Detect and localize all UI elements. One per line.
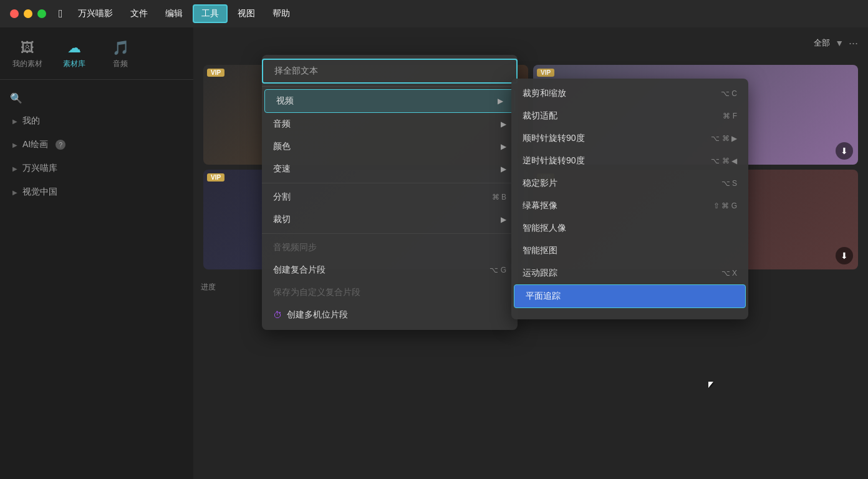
menu-create-multi[interactable]: ⏱ 创建多机位片段 [262,304,518,326]
primary-dropdown: 择全部文本 视频 ▶ 音频 ▶ 颜色 ▶ 变速 ▶ 分割 [262,55,518,330]
video-arrow-icon: ▶ [498,97,503,105]
menu-app-name[interactable]: 万兴喵影 [70,6,120,22]
sub-planar-tracking[interactable]: 平面追踪 [514,284,746,308]
rotate-cw-shortcut: ⌥ ⌘ ▶ [711,134,737,143]
speed-label: 变速 [273,163,501,175]
crop-zoom-label: 裁剪和缩放 [523,88,721,99]
dropdown-overlay: 择全部文本 视频 ▶ 音频 ▶ 颜色 ▶ 变速 ▶ 分割 [0,55,868,479]
color-arrow-icon: ▶ [501,142,506,151]
color-label: 颜色 [273,141,501,152]
split-shortcut: ⌘ B [492,193,506,201]
sub-crop-fit[interactable]: 裁切适配 ⌘ F [511,105,748,127]
green-screen-shortcut: ⇧ ⌘ G [713,201,737,210]
main-topbar: 全部 ▼ ··· [193,27,868,59]
app-body: 🖼 我的素材 ☁ 素材库 🎵 音频 🔍 ▶ 我的 ▶ AI绘画 [0,27,868,479]
sub-smart-cutout[interactable]: 智能抠图 [511,240,748,262]
menu-help[interactable]: 帮助 [265,6,297,22]
menu-video[interactable]: 视频 ▶ [264,89,515,113]
audio-arrow-icon: ▶ [501,120,506,128]
save-compound-label: 保存为自定义复合片段 [273,287,506,298]
smart-portrait-label: 智能抠人像 [523,223,737,234]
create-multi-label: 创建多机位片段 [287,309,506,321]
chevron-down-icon: ▼ [835,38,844,48]
apple-icon:  [59,7,63,21]
motion-tracking-shortcut: ⌥ X [721,269,737,278]
filter-label: 全部 [814,37,830,49]
separator-1 [262,86,518,87]
audio-sync-label: 音视频同步 [273,242,506,253]
rotate-ccw-shortcut: ⌥ ⌘ ◀ [711,157,737,165]
traffic-lights [10,9,46,18]
sub-rotate-cw[interactable]: 顺时针旋转90度 ⌥ ⌘ ▶ [511,127,748,150]
sub-motion-tracking[interactable]: 运动跟踪 ⌥ X [511,262,748,284]
secondary-dropdown: 裁剪和缩放 ⌥ C 裁切适配 ⌘ F 顺时针旋转90度 ⌥ ⌘ ▶ 逆时针旋转9… [511,79,748,319]
video-label: 视频 [276,95,498,107]
menu-save-compound: 保存为自定义复合片段 [262,281,518,304]
create-compound-label: 创建复合片段 [273,264,489,276]
crop-label: 裁切 [273,214,501,225]
green-screen-label: 绿幕抠像 [523,200,713,211]
menu-speed[interactable]: 变速 ▶ [262,158,518,180]
create-compound-shortcut: ⌥ G [489,266,506,274]
crop-fit-label: 裁切适配 [523,110,723,122]
sub-green-screen[interactable]: 绿幕抠像 ⇧ ⌘ G [511,195,748,217]
rotate-ccw-label: 逆时针旋转90度 [523,155,711,167]
multi-clip-icon: ⏱ [273,310,282,320]
motion-tracking-label: 运动跟踪 [523,268,721,279]
menu-create-compound[interactable]: 创建复合片段 ⌥ G [262,259,518,281]
menu-audio[interactable]: 音频 ▶ [262,113,518,135]
minimize-button[interactable] [24,9,32,18]
menu-edit[interactable]: 编辑 [158,6,190,22]
menu-split[interactable]: 分割 ⌘ B [262,186,518,208]
stabilize-shortcut: ⌥ S [721,179,737,188]
split-label: 分割 [273,191,492,203]
more-button[interactable]: ··· [849,37,858,50]
my-material-icon: 🖼 [21,40,34,56]
sub-crop-zoom[interactable]: 裁剪和缩放 ⌥ C [511,82,748,105]
separator-3 [262,233,518,234]
maximize-button[interactable] [37,9,46,18]
crop-fit-shortcut: ⌘ F [723,112,737,120]
menu-color[interactable]: 颜色 ▶ [262,135,518,158]
audio-label: 音频 [273,119,501,130]
speed-arrow-icon: ▶ [501,165,506,173]
separator-2 [262,183,518,183]
menu-crop[interactable]: 裁切 ▶ [262,208,518,231]
sub-smart-portrait[interactable]: 智能抠人像 [511,217,748,240]
sub-rotate-ccw[interactable]: 逆时针旋转90度 ⌥ ⌘ ◀ [511,150,748,172]
menu-bar:  万兴喵影 文件 编辑 工具 视图 帮助 [59,4,858,23]
titlebar:  万兴喵影 文件 编辑 工具 视图 帮助 [0,0,868,27]
menu-bottom-padding [511,308,748,316]
stabilize-label: 稳定影片 [523,178,721,189]
menu-view[interactable]: 视图 [230,6,263,22]
menu-file[interactable]: 文件 [123,6,155,22]
select-all-text-label: 择全部文本 [274,65,505,77]
menu-select-all-text[interactable]: 择全部文本 [262,59,518,84]
audio-icon: 🎵 [112,40,129,56]
menu-tools[interactable]: 工具 [193,4,228,23]
crop-zoom-shortcut: ⌥ C [721,89,737,98]
menu-audio-sync: 音视频同步 [262,236,518,259]
crop-arrow-icon: ▶ [501,215,506,224]
mouse-cursor [708,382,721,397]
library-icon: ☁ [67,40,81,56]
planar-tracking-label: 平面追踪 [526,291,734,302]
smart-cutout-label: 智能抠图 [523,245,737,256]
rotate-cw-label: 顺时针旋转90度 [523,133,711,144]
close-button[interactable] [10,9,19,18]
sub-stabilize[interactable]: 稳定影片 ⌥ S [511,172,748,195]
